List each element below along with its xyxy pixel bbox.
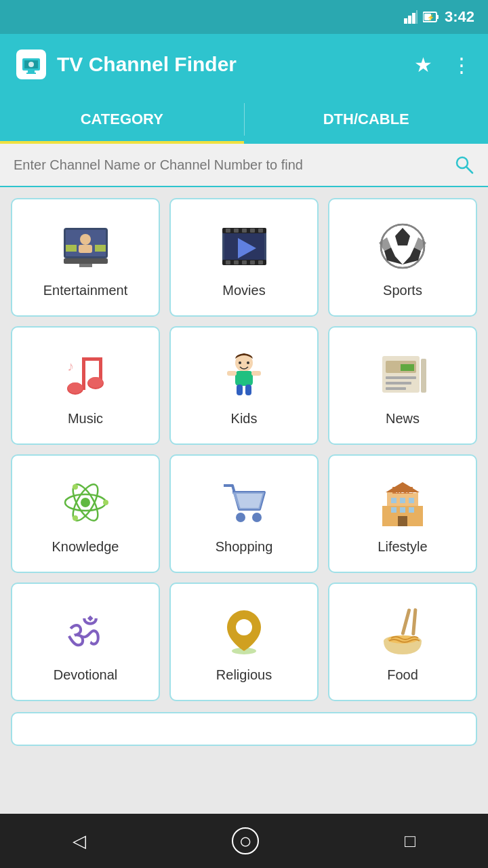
category-news[interactable]: News — [328, 326, 477, 445]
category-grid: Entertainment — [0, 187, 488, 712]
svg-text:♪: ♪ — [67, 359, 74, 374]
svg-rect-93 — [401, 608, 411, 635]
recent-button[interactable]: □ — [405, 831, 415, 852]
news-icon — [375, 347, 430, 401]
svg-text:⚡: ⚡ — [427, 14, 435, 22]
tabs-container: CATEGORY DTH/CABLE — [0, 95, 488, 144]
lifestyle-label: Lifestyle — [378, 539, 427, 555]
svg-marker-1 — [408, 16, 411, 24]
entertainment-label: Entertainment — [43, 283, 128, 298]
signal-icon — [404, 10, 418, 24]
knowledge-label: Knowledge — [52, 539, 119, 555]
home-button[interactable]: ○ — [232, 827, 259, 854]
svg-rect-32 — [258, 229, 263, 233]
svg-rect-65 — [386, 382, 411, 384]
svg-rect-84 — [400, 507, 405, 513]
svg-point-59 — [239, 361, 241, 364]
news-label: News — [386, 411, 420, 427]
svg-rect-63 — [401, 364, 414, 371]
category-movies[interactable]: Movies — [169, 198, 319, 317]
app-icon — [16, 50, 46, 79]
svg-rect-11 — [28, 71, 35, 73]
category-food[interactable]: Food — [328, 583, 477, 701]
svg-rect-86 — [398, 516, 407, 526]
svg-point-10 — [28, 62, 34, 67]
food-icon — [375, 604, 430, 658]
svg-rect-67 — [421, 359, 426, 393]
svg-rect-54 — [235, 371, 253, 386]
svg-point-75 — [236, 513, 245, 522]
svg-point-76 — [252, 513, 262, 522]
svg-point-73 — [73, 484, 78, 490]
svg-rect-58 — [245, 384, 251, 395]
svg-rect-12 — [26, 73, 36, 74]
svg-marker-0 — [404, 18, 407, 24]
category-music[interactable]: ♪ Music — [11, 326, 160, 445]
svg-rect-28 — [226, 229, 230, 233]
svg-rect-33 — [226, 260, 230, 264]
svg-rect-56 — [251, 371, 261, 376]
svg-rect-47 — [82, 357, 85, 390]
svg-rect-66 — [386, 387, 406, 390]
status-time: 3:42 — [445, 8, 474, 26]
svg-rect-34 — [234, 260, 239, 264]
svg-rect-80 — [391, 498, 396, 503]
svg-rect-37 — [258, 260, 263, 264]
kids-label: Kids — [231, 411, 258, 427]
food-label: Food — [387, 667, 418, 683]
svg-marker-3 — [416, 10, 418, 24]
battery-icon: ⚡ — [423, 11, 439, 23]
category-kids[interactable]: Kids — [169, 326, 319, 445]
svg-rect-20 — [95, 245, 106, 252]
partial-row — [11, 712, 477, 746]
svg-point-60 — [247, 361, 249, 364]
svg-rect-55 — [227, 371, 237, 376]
svg-rect-18 — [79, 245, 92, 253]
category-lifestyle[interactable]: HOTEL Lifestyle — [328, 454, 477, 573]
back-button[interactable]: ◁ — [73, 831, 86, 852]
devotional-label: Devotional — [54, 667, 118, 683]
category-religious[interactable]: Religious — [169, 583, 319, 701]
category-sports[interactable]: Sports — [328, 198, 477, 317]
svg-rect-83 — [391, 507, 396, 513]
svg-rect-29 — [234, 229, 239, 233]
search-input[interactable] — [14, 157, 454, 173]
svg-rect-22 — [79, 264, 92, 267]
devotional-icon: ॐ — [58, 604, 113, 658]
sports-icon — [375, 219, 430, 273]
svg-text:ॐ: ॐ — [67, 611, 100, 654]
category-knowledge[interactable]: Knowledge — [11, 454, 160, 573]
svg-point-74 — [73, 515, 78, 521]
tab-category[interactable]: CATEGORY — [0, 95, 244, 144]
svg-rect-64 — [386, 376, 416, 379]
music-icon: ♪ — [58, 347, 113, 401]
svg-point-72 — [103, 500, 108, 505]
music-label: Music — [68, 411, 103, 427]
svg-rect-19 — [66, 245, 77, 252]
category-entertainment[interactable]: Entertainment — [11, 198, 160, 317]
religious-icon — [217, 604, 271, 658]
search-bar — [0, 144, 488, 187]
svg-point-68 — [81, 498, 90, 507]
svg-rect-5 — [436, 15, 439, 19]
svg-rect-82 — [409, 498, 414, 503]
category-devotional[interactable]: ॐ Devotional — [11, 583, 160, 701]
svg-line-14 — [466, 167, 472, 173]
menu-button[interactable]: ⋮ — [451, 53, 472, 77]
svg-rect-81 — [400, 498, 405, 503]
svg-rect-30 — [242, 229, 247, 233]
bottom-navigation: ◁ ○ □ — [0, 814, 488, 868]
search-icon[interactable] — [454, 155, 474, 175]
svg-point-50 — [68, 382, 83, 393]
tab-dth[interactable]: DTH/CABLE — [245, 95, 489, 144]
category-shopping[interactable]: Shopping — [169, 454, 319, 573]
svg-rect-36 — [250, 260, 255, 264]
svg-rect-85 — [409, 507, 414, 513]
svg-point-51 — [88, 377, 103, 388]
svg-rect-21 — [64, 258, 108, 264]
svg-rect-31 — [250, 229, 255, 233]
star-button[interactable]: ★ — [414, 53, 432, 77]
knowledge-icon — [58, 475, 113, 530]
svg-rect-94 — [411, 608, 417, 635]
svg-rect-57 — [237, 384, 243, 395]
